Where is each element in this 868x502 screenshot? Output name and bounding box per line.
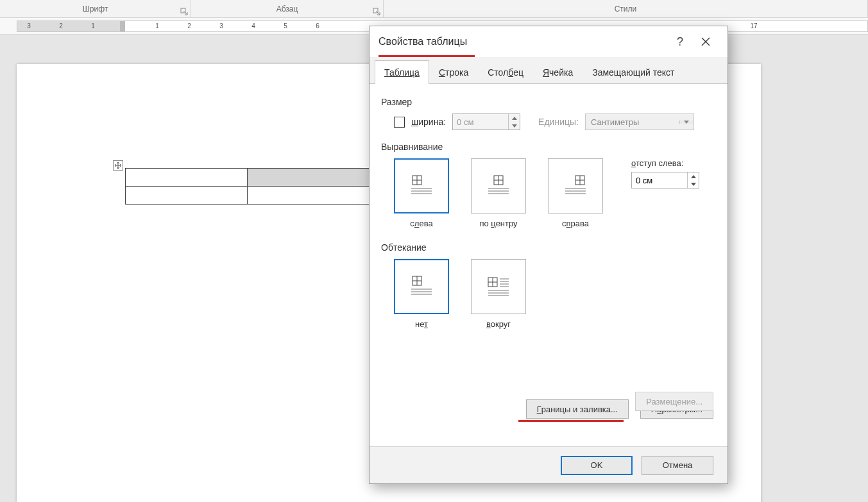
dialog-tabs: Таблица Строка Столбец Ячейка Замещающий… [370, 60, 728, 84]
align-left-icon [409, 173, 434, 199]
wrap-around-icon [486, 274, 511, 299]
borders-shading-button[interactable]: Границы и заливка... [526, 399, 629, 419]
align-left-option[interactable] [394, 158, 449, 213]
tab-table[interactable]: Таблица [375, 60, 429, 84]
spinner-down-icon[interactable] [688, 180, 699, 188]
units-combo-value: Сантиметры [586, 117, 679, 127]
align-right-label: справа [562, 219, 589, 228]
width-checkbox[interactable] [394, 117, 405, 128]
width-input[interactable] [453, 114, 508, 130]
wrap-around-label: вокруг [486, 319, 511, 329]
ruler-label: 2 [187, 22, 191, 29]
align-right-icon [563, 173, 588, 199]
wrap-around-option[interactable] [471, 259, 526, 314]
align-right-option[interactable] [548, 158, 603, 213]
wrap-none-icon [409, 274, 434, 299]
table-move-handle-icon[interactable] [113, 160, 123, 171]
annotation-underline [518, 420, 624, 422]
ruler-label: 3 [219, 22, 223, 29]
ribbon-group-font-label: Шрифт [83, 4, 108, 13]
spinner-up-icon[interactable] [688, 172, 699, 180]
table-row[interactable] [126, 187, 370, 205]
annotation-underline [379, 55, 475, 57]
ruler-label: 5 [284, 22, 287, 29]
ok-button[interactable]: OK [561, 456, 633, 475]
width-checkbox-label: ширина: [411, 117, 446, 127]
ribbon-group-font: Шрифт [0, 0, 191, 17]
dialog-titlebar[interactable]: Свойства таблицы ? [370, 26, 728, 57]
align-center-icon [486, 173, 511, 199]
wrap-none-option[interactable] [394, 259, 449, 314]
tab-column[interactable]: Столбец [478, 60, 533, 84]
ribbon-group-styles: Стили [384, 0, 868, 17]
section-size-label: Размер [381, 97, 716, 107]
font-dialog-launcher-icon[interactable] [180, 8, 188, 15]
ribbon-group-labels: Шрифт Абзац Стили [0, 0, 868, 18]
document-table[interactable] [125, 168, 370, 205]
align-left-label: слева [410, 219, 432, 228]
dialog-title: Свойства таблицы [379, 36, 667, 47]
ruler-label: 1 [155, 22, 159, 29]
table-properties-dialog: Свойства таблицы ? Таблица Строка Столбе… [369, 26, 728, 484]
width-spinner[interactable] [452, 113, 520, 130]
close-icon [701, 37, 711, 47]
units-combo[interactable]: Сантиметры [585, 113, 694, 130]
ruler-label: 17 [750, 22, 757, 29]
paragraph-dialog-launcher-icon[interactable] [373, 8, 380, 15]
tab-cell[interactable]: Ячейка [533, 60, 583, 84]
ruler-label: 3 [27, 22, 31, 29]
ruler-label: 2 [59, 22, 63, 29]
table-row[interactable] [126, 169, 370, 187]
align-center-label: по центру [479, 219, 517, 228]
cancel-button[interactable]: Отмена [642, 456, 713, 475]
placement-button: Размещение... [635, 392, 713, 411]
ruler-label: 1 [91, 22, 95, 29]
tab-body-table: Размер ширина: Единицы: Сантиметры Вырав… [370, 84, 728, 446]
ribbon-group-paragraph: Абзац [191, 0, 384, 17]
dialog-footer: OK Отмена [370, 446, 728, 483]
tab-alt-text[interactable]: Замещающий текст [583, 60, 684, 84]
wrap-none-label: нет [415, 319, 428, 329]
indent-spinner[interactable] [631, 172, 699, 188]
section-align-label: Выравнивание [381, 142, 716, 152]
ribbon-group-paragraph-label: Абзац [277, 4, 298, 13]
tab-row[interactable]: Строка [429, 60, 478, 84]
close-button[interactable] [693, 29, 719, 54]
help-button[interactable]: ? [667, 35, 693, 49]
indent-left-label: отступ слева: [631, 158, 699, 168]
ribbon-group-styles-label: Стили [615, 4, 637, 13]
ruler-label: 4 [251, 22, 255, 29]
ruler-label: 6 [316, 22, 319, 29]
indent-input[interactable] [632, 172, 687, 188]
units-label: Единицы: [538, 117, 579, 127]
section-wrap-label: Обтекание [381, 242, 716, 253]
align-center-option[interactable] [471, 158, 526, 213]
chevron-down-icon [679, 121, 694, 124]
spinner-up-icon[interactable] [509, 114, 520, 122]
spinner-down-icon[interactable] [509, 122, 520, 130]
